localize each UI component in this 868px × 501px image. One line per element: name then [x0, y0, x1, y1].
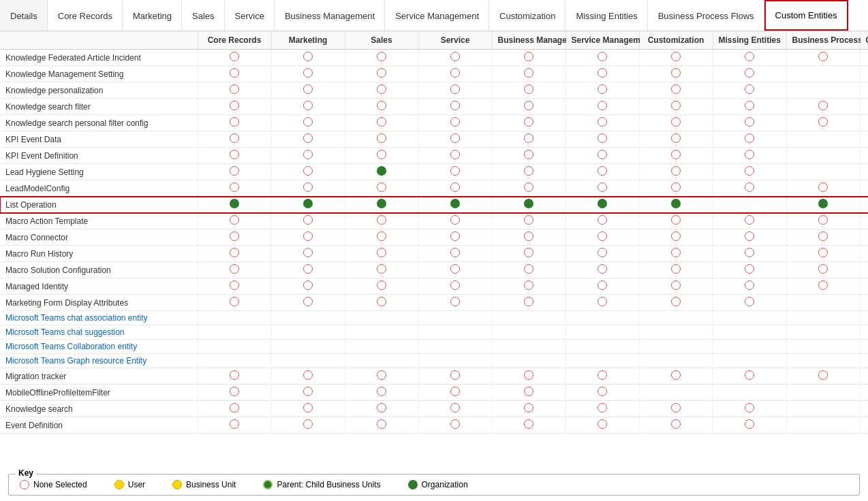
- circle-none-icon: [377, 52, 386, 61]
- row-name-link[interactable]: Microsoft Teams chat suggestion: [5, 327, 125, 337]
- circle-none-icon: [745, 248, 754, 257]
- tab-service[interactable]: Service: [225, 0, 275, 31]
- col-header-business-management: Business Management: [492, 31, 565, 50]
- cell: [713, 197, 786, 213]
- cell: [565, 164, 639, 180]
- tab-details[interactable]: Details: [0, 0, 48, 31]
- cell: [198, 197, 271, 213]
- cell: [713, 311, 786, 325]
- row-name: Knowledge Federated Article Incident: [0, 50, 198, 66]
- cell: [639, 368, 713, 385]
- row-name: Knowledge personalization: [0, 82, 198, 99]
- cell: [860, 401, 868, 417]
- tab-missing-entities[interactable]: Missing Entities: [565, 0, 647, 31]
- cell: [786, 354, 860, 368]
- circle-none-icon: [598, 419, 607, 429]
- cell: [786, 213, 860, 229]
- key-none: None Selected: [20, 480, 87, 489]
- row-name: KPI Event Definition: [0, 148, 198, 164]
- tab-business-management[interactable]: Business Management: [275, 0, 385, 31]
- cell: [492, 311, 565, 325]
- circle-none-icon: [303, 419, 313, 429]
- cell: [492, 368, 565, 385]
- cell: [271, 311, 345, 325]
- cell: [639, 246, 713, 262]
- circle-none-icon: [450, 68, 460, 78]
- table-scroll[interactable]: Core Records Marketing Sales Service Bus…: [0, 31, 868, 468]
- circle-none-icon: [303, 403, 313, 413]
- cell: [860, 340, 868, 354]
- cell: [786, 262, 860, 278]
- circle-none-icon: [671, 52, 681, 61]
- row-name-link[interactable]: Microsoft Teams chat association entity: [5, 313, 148, 323]
- key-parent-icon: [263, 480, 273, 489]
- tab-custom-entities[interactable]: Custom Entities: [764, 0, 848, 31]
- circle-none-icon: [230, 419, 239, 429]
- cell: [198, 131, 271, 148]
- cell: [492, 417, 565, 434]
- circle-none-icon: [818, 215, 828, 225]
- circle-none-icon: [450, 297, 460, 306]
- circle-none-icon: [303, 370, 313, 380]
- circle-none-icon: [450, 387, 460, 396]
- cell: [198, 385, 271, 401]
- cell: [198, 354, 271, 368]
- circle-none-icon: [450, 117, 460, 127]
- cell: [271, 340, 345, 354]
- circle-none-icon: [671, 280, 681, 290]
- key-user-label: User: [128, 480, 145, 489]
- cell: [198, 368, 271, 385]
- circle-none-icon: [450, 419, 460, 429]
- cell: [860, 164, 868, 180]
- tab-business-process-flows[interactable]: Business Process Flows: [648, 0, 764, 31]
- table-row: Microsoft Teams chat suggestion: [0, 325, 868, 340]
- circle-none-icon: [450, 101, 460, 110]
- row-name: Event Definition: [0, 417, 198, 434]
- circle-none-icon: [671, 231, 681, 241]
- circle-none-icon: [598, 84, 607, 94]
- cell: [345, 295, 418, 311]
- cell: [492, 325, 565, 340]
- circle-none-icon: [524, 403, 533, 413]
- table-row: Macro Connector: [0, 229, 868, 246]
- cell: [565, 278, 639, 295]
- cell: [713, 295, 786, 311]
- cell: [418, 354, 492, 368]
- circle-none-icon: [598, 215, 607, 225]
- circle-none-icon: [450, 133, 460, 143]
- tab-customization[interactable]: Customization: [489, 0, 565, 31]
- tab-sales[interactable]: Sales: [182, 0, 225, 31]
- row-name: Knowledge search personal filter config: [0, 115, 198, 131]
- key-none-label: None Selected: [33, 480, 87, 489]
- cell: [198, 180, 271, 197]
- row-name-link[interactable]: Microsoft Teams Graph resource Entity: [5, 356, 146, 366]
- cell: [418, 115, 492, 131]
- cell: [860, 262, 868, 278]
- cell: [786, 164, 860, 180]
- row-name-link[interactable]: Microsoft Teams Collaboration entity: [5, 342, 137, 351]
- row-name: Lead Hygiene Setting: [0, 164, 198, 180]
- tab-marketing[interactable]: Marketing: [123, 0, 182, 31]
- circle-none-icon: [450, 150, 460, 159]
- cell: [713, 66, 786, 82]
- cell: [713, 180, 786, 197]
- row-name: Macro Action Template: [0, 213, 198, 229]
- cell: [418, 99, 492, 115]
- circle-none-icon: [671, 248, 681, 257]
- cell: [418, 246, 492, 262]
- cell: [713, 229, 786, 246]
- key-area: Key None Selected User Business Unit Par…: [8, 474, 860, 496]
- tab-core-records[interactable]: Core Records: [48, 0, 123, 31]
- cell: [860, 197, 868, 213]
- circle-none-icon: [230, 403, 239, 413]
- tab-service-management[interactable]: Service Management: [385, 0, 489, 31]
- cell: [418, 340, 492, 354]
- cell: [492, 131, 565, 148]
- circle-org-icon: [377, 199, 386, 208]
- cell: [271, 354, 345, 368]
- cell: [492, 401, 565, 417]
- circle-none-icon: [524, 150, 533, 159]
- table-row: Microsoft Teams chat association entity: [0, 311, 868, 325]
- circle-none-icon: [303, 248, 313, 257]
- cell: [345, 278, 418, 295]
